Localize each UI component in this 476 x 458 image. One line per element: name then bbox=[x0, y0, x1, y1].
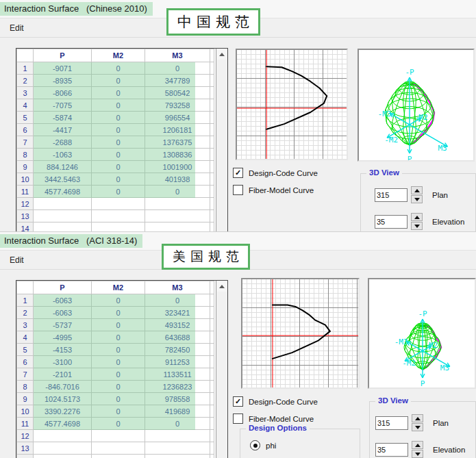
cell-p[interactable]: -2101 bbox=[34, 368, 92, 381]
row-number[interactable]: 11 bbox=[17, 186, 34, 198]
elevation-down-icon[interactable] bbox=[412, 450, 423, 458]
cell-p[interactable]: -1063 bbox=[34, 149, 92, 161]
row-number[interactable]: 6 bbox=[17, 124, 34, 136]
cell-m2[interactable]: 0 bbox=[92, 418, 145, 430]
cell-m3[interactable] bbox=[145, 442, 210, 455]
phi-radio[interactable]: phi bbox=[250, 440, 276, 450]
interaction-surface-3d-view[interactable]: -PP-M3-M2M2M3 bbox=[368, 278, 476, 389]
cell-m2[interactable]: 0 bbox=[92, 381, 145, 393]
cell-p[interactable]: -4995 bbox=[34, 331, 92, 344]
interaction-surface-3d-view[interactable]: -PP-M3-M2M2M3 bbox=[358, 49, 475, 162]
cell-m3[interactable] bbox=[145, 198, 210, 210]
cell-m2[interactable]: 0 bbox=[92, 393, 145, 405]
plan-input[interactable] bbox=[375, 188, 408, 202]
elevation-down-icon[interactable] bbox=[411, 222, 423, 230]
elevation-up-icon[interactable] bbox=[411, 213, 423, 221]
cell-m3[interactable]: 401938 bbox=[145, 173, 210, 186]
cell-m3[interactable]: 323421 bbox=[145, 307, 210, 319]
row-number[interactable]: 8 bbox=[17, 149, 34, 161]
checkbox-checked-icon[interactable]: ✓ bbox=[233, 168, 243, 178]
cell-m2[interactable]: 0 bbox=[92, 307, 145, 319]
plan-input[interactable] bbox=[375, 416, 408, 430]
fiber-model-curve-checkbox[interactable]: Fiber-Model Curve bbox=[233, 185, 314, 195]
cell-m2[interactable] bbox=[92, 222, 145, 232]
cell-m3[interactable] bbox=[145, 455, 210, 458]
cell-m3[interactable]: 1001900 bbox=[145, 161, 210, 173]
cell-p[interactable] bbox=[34, 198, 92, 210]
cell-m3[interactable]: 978558 bbox=[145, 393, 210, 405]
cell-p[interactable]: 884.1246 bbox=[34, 161, 92, 173]
cell-m2[interactable]: 0 bbox=[92, 112, 145, 124]
cell-p[interactable]: -6063 bbox=[34, 307, 92, 319]
scrollbar-up-icon[interactable] bbox=[217, 49, 227, 60]
cell-m2[interactable] bbox=[92, 455, 145, 458]
cell-m2[interactable]: 0 bbox=[92, 62, 145, 75]
cell-m3[interactable]: 0 bbox=[145, 294, 210, 307]
row-number[interactable]: 14 bbox=[17, 455, 34, 458]
cell-p[interactable]: -9071 bbox=[34, 62, 92, 75]
plan-up-icon[interactable] bbox=[412, 414, 423, 422]
row-number[interactable]: 3 bbox=[17, 87, 34, 99]
cell-p[interactable]: -846.7016 bbox=[34, 381, 92, 393]
row-number[interactable]: 12 bbox=[17, 198, 34, 210]
cell-m3[interactable]: 1308836 bbox=[145, 149, 210, 161]
row-number[interactable]: 13 bbox=[17, 442, 34, 455]
row-number[interactable]: 5 bbox=[17, 112, 34, 124]
table-scrollbar[interactable] bbox=[216, 281, 227, 458]
fiber-model-curve-checkbox[interactable]: Fiber-Model Curve bbox=[233, 414, 314, 424]
cell-m2[interactable]: 0 bbox=[92, 186, 145, 198]
cell-m2[interactable] bbox=[92, 210, 145, 222]
cell-m2[interactable]: 0 bbox=[92, 331, 145, 344]
row-number[interactable]: 2 bbox=[17, 307, 34, 319]
cell-m2[interactable]: 0 bbox=[92, 319, 145, 331]
cell-p[interactable]: -5874 bbox=[34, 112, 92, 124]
checkbox-checked-icon[interactable]: ✓ bbox=[233, 396, 243, 407]
row-number[interactable]: 9 bbox=[17, 393, 34, 405]
row-number[interactable]: 4 bbox=[17, 99, 34, 112]
elevation-input[interactable] bbox=[375, 443, 408, 457]
checkbox-unchecked-icon[interactable] bbox=[233, 414, 243, 424]
cell-m3[interactable]: 1133511 bbox=[145, 368, 210, 381]
row-number[interactable]: 2 bbox=[17, 75, 34, 87]
row-number[interactable]: 13 bbox=[17, 210, 34, 222]
elevation-input[interactable] bbox=[375, 215, 408, 229]
plan-down-icon[interactable] bbox=[411, 195, 423, 203]
cell-m2[interactable]: 0 bbox=[92, 149, 145, 161]
cell-m3[interactable]: 1376375 bbox=[145, 136, 210, 149]
cell-m2[interactable]: 0 bbox=[92, 161, 145, 173]
cell-p[interactable]: 1024.5173 bbox=[34, 393, 92, 405]
cell-p[interactable]: -7075 bbox=[34, 99, 92, 112]
row-number[interactable]: 10 bbox=[17, 173, 34, 186]
cell-m2[interactable]: 0 bbox=[92, 173, 145, 186]
row-number[interactable]: 7 bbox=[17, 368, 34, 381]
cell-p[interactable]: 4577.4698 bbox=[34, 186, 92, 198]
cell-p[interactable]: 3442.5463 bbox=[34, 173, 92, 186]
cell-p[interactable]: -6063 bbox=[34, 294, 92, 307]
cell-m2[interactable]: 0 bbox=[92, 75, 145, 87]
cell-m3[interactable]: 1236823 bbox=[145, 381, 210, 393]
design-code-curve-checkbox[interactable]: ✓ Design-Code Curve bbox=[233, 168, 318, 178]
cell-m2[interactable]: 0 bbox=[92, 405, 145, 418]
scrollbar-up-icon[interactable] bbox=[217, 281, 227, 292]
cell-p[interactable] bbox=[34, 210, 92, 222]
checkbox-unchecked-icon[interactable] bbox=[233, 185, 243, 195]
menu-edit[interactable]: Edit bbox=[10, 255, 24, 265]
cell-m3[interactable]: 0 bbox=[145, 418, 210, 430]
cell-m3[interactable]: 643688 bbox=[145, 331, 210, 344]
row-number[interactable]: 3 bbox=[17, 319, 34, 331]
cell-m3[interactable]: 493152 bbox=[145, 319, 210, 331]
cell-p[interactable]: -2688 bbox=[34, 136, 92, 149]
table-scrollbar[interactable] bbox=[216, 49, 227, 231]
cell-m3[interactable]: 0 bbox=[145, 62, 210, 75]
cell-m2[interactable]: 0 bbox=[92, 87, 145, 99]
cell-m3[interactable]: 347789 bbox=[145, 75, 210, 87]
cell-p[interactable] bbox=[34, 442, 92, 455]
cell-m2[interactable]: 0 bbox=[92, 99, 145, 112]
row-number[interactable]: 7 bbox=[17, 136, 34, 149]
cell-m3[interactable]: 0 bbox=[145, 186, 210, 198]
cell-m3[interactable] bbox=[145, 210, 210, 222]
radio-selected-icon[interactable] bbox=[250, 440, 260, 450]
cell-p[interactable]: 3390.2276 bbox=[34, 405, 92, 418]
cell-p[interactable]: -8066 bbox=[34, 87, 92, 99]
cell-m2[interactable]: 0 bbox=[92, 344, 145, 356]
